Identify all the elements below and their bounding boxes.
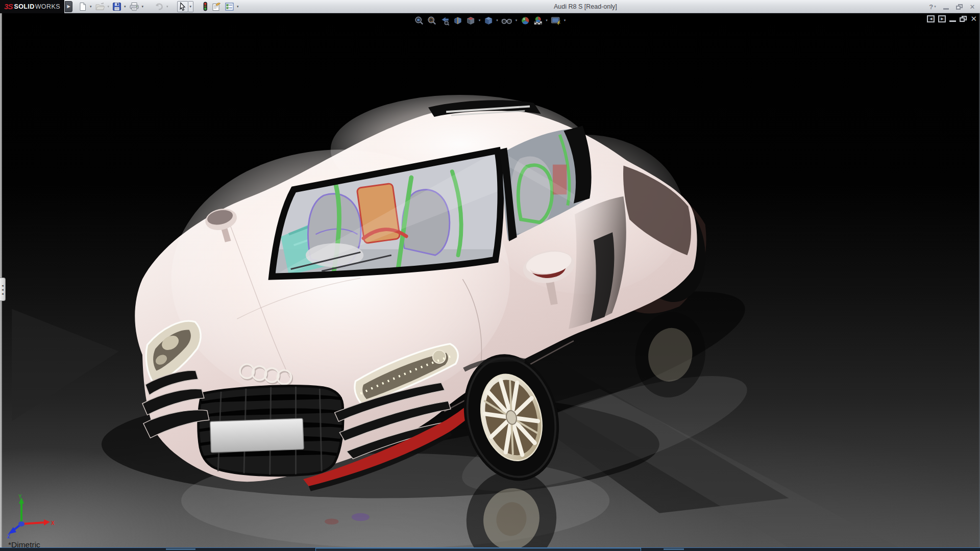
pane-right-arrow-icon: ▶	[941, 17, 943, 21]
solidworks-window: 3S SOLID WORKS ▶ ▾ ▾	[0, 0, 980, 551]
file-properties-icon	[211, 2, 222, 11]
orientation-triad: Y X Z	[6, 494, 55, 538]
view-settings-icon	[551, 16, 561, 26]
feature-manager-collapse-tab[interactable]: ◂ ◂ ◂	[0, 278, 6, 301]
options-button[interactable]	[223, 1, 236, 12]
collapse-arrow-icon: ◂	[2, 292, 4, 295]
title-bar: 3S SOLID WORKS ▶ ▾ ▾	[0, 0, 980, 13]
show-right-pane-button[interactable]: ▶	[938, 15, 946, 22]
previous-view-icon	[440, 16, 450, 26]
new-document-button[interactable]	[77, 1, 89, 12]
pane-left-arrow-icon: ◀	[929, 17, 932, 21]
graphics-viewport[interactable]: ◂ ◂ ◂	[0, 13, 980, 547]
view-settings-button[interactable]	[550, 15, 562, 26]
help-dropdown-icon: ▾	[934, 5, 936, 9]
minimize-button[interactable]	[940, 2, 951, 12]
print-icon	[129, 2, 139, 11]
solidworks-logo: 3S SOLID WORKS	[0, 0, 64, 13]
select-dropdown[interactable]: ▾	[188, 1, 194, 12]
close-icon: ✕	[970, 15, 977, 22]
zoom-to-fit-icon	[414, 16, 424, 26]
license-plate-blank	[210, 418, 304, 453]
close-button[interactable]: ✕	[967, 2, 978, 12]
show-left-pane-button[interactable]: ◀	[927, 15, 935, 22]
edit-appearance-button[interactable]	[519, 15, 531, 26]
new-document-dropdown[interactable]: ▾	[90, 5, 92, 9]
zoom-to-area-button[interactable]	[426, 15, 438, 26]
undo-button	[152, 1, 165, 12]
restore-icon	[960, 16, 967, 22]
view-orientation-button[interactable]	[465, 15, 477, 26]
close-icon: ✕	[970, 3, 975, 11]
previous-view-button[interactable]	[439, 15, 451, 26]
ds-logo-mark: 3S	[4, 2, 12, 11]
save-dropdown[interactable]: ▾	[124, 5, 126, 9]
section-view-icon	[453, 16, 463, 26]
open-folder-icon	[95, 2, 105, 11]
save-button[interactable]	[111, 1, 123, 12]
options-checklist-icon	[225, 2, 234, 11]
collapse-arrow-icon: ◂	[2, 284, 4, 287]
standard-toolbar: ▾ ▾ ▾	[77, 1, 240, 12]
audi-r8-model[interactable]	[0, 13, 980, 547]
help-button[interactable]: ? ▾	[927, 2, 938, 12]
apply-scene-dropdown[interactable]: ▾	[546, 18, 548, 22]
new-document-icon	[78, 2, 87, 11]
document-window-controls: ◀ ▶ ✕	[927, 15, 977, 22]
heads-up-view-toolbar: ▾ ▾ ▾	[413, 15, 567, 26]
triad-y-label: Y	[18, 494, 22, 499]
undo-dropdown: ▾	[166, 5, 168, 9]
triad-z-label: Z	[7, 534, 10, 538]
status-pane	[315, 548, 641, 551]
open-button	[93, 1, 107, 12]
window-title: Audi R8 S [Read-only]	[554, 0, 617, 13]
hide-show-items-dropdown[interactable]: ▾	[516, 18, 518, 22]
status-segment	[166, 548, 195, 550]
display-style-button[interactable]	[482, 15, 494, 26]
floor-streak	[12, 309, 119, 421]
window-controls: ? ▾ ✕	[927, 0, 978, 13]
status-segment	[664, 548, 684, 550]
restore-button[interactable]	[953, 2, 965, 12]
minimize-icon	[943, 8, 949, 10]
document-minimize-button[interactable]	[949, 16, 956, 22]
minimize-icon	[949, 20, 956, 22]
open-dropdown: ▾	[108, 5, 110, 9]
logo-text-solid: SOLID	[14, 3, 34, 10]
display-style-dropdown[interactable]: ▾	[496, 18, 498, 22]
file-properties-button[interactable]	[210, 1, 223, 12]
view-orientation-dropdown[interactable]: ▾	[479, 18, 481, 22]
eyeglasses-icon	[501, 16, 512, 26]
hide-show-items-button[interactable]	[500, 15, 513, 26]
print-dropdown[interactable]: ▾	[142, 5, 144, 9]
display-style-icon	[483, 16, 493, 26]
model-render-area	[0, 13, 980, 547]
logo-text-works: WORKS	[35, 3, 60, 10]
undo-icon	[154, 2, 164, 11]
select-button[interactable]	[177, 1, 188, 12]
apply-scene-icon	[533, 16, 543, 26]
help-icon: ?	[929, 3, 933, 11]
view-settings-dropdown[interactable]: ▾	[564, 18, 566, 22]
select-cursor-icon	[179, 2, 187, 11]
document-close-button[interactable]: ✕	[970, 15, 977, 22]
view-orientation-icon	[466, 16, 476, 26]
zoom-to-area-icon	[427, 16, 437, 26]
section-view-button[interactable]	[452, 15, 464, 26]
triad-x-label: X	[51, 520, 55, 526]
edit-appearance-sphere-icon	[520, 16, 530, 26]
traffic-light-button[interactable]	[201, 1, 210, 12]
view-orientation-name: *Dimetric	[8, 540, 40, 547]
apply-scene-button[interactable]	[532, 15, 544, 26]
save-floppy-icon	[112, 2, 121, 11]
zoom-to-fit-button[interactable]	[413, 15, 425, 26]
document-restore-button[interactable]	[960, 16, 967, 22]
collapse-arrow-icon: ◂	[2, 288, 4, 291]
expand-menu-button[interactable]: ▶	[65, 1, 72, 12]
options-dropdown[interactable]: ▾	[237, 5, 239, 9]
print-button[interactable]	[128, 1, 141, 12]
restore-icon	[956, 4, 963, 10]
status-bar	[0, 547, 980, 551]
front-grille[interactable]	[199, 386, 343, 475]
traffic-light-icon	[202, 2, 208, 11]
